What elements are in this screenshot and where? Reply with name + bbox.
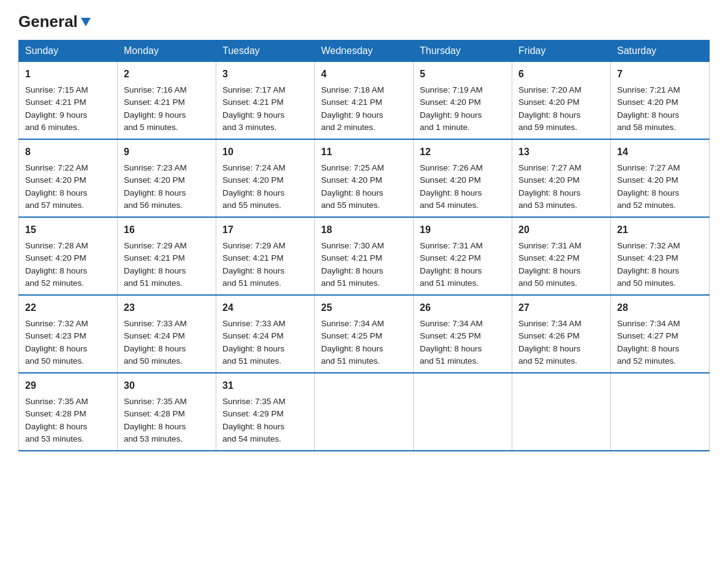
sunrise-time: Sunrise: 7:19 AM xyxy=(420,85,483,94)
sunset-time: Sunset: 4:20 PM xyxy=(321,175,382,185)
daylight-minutes: and 52 minutes. xyxy=(518,356,577,366)
daylight-hours: Daylight: 8 hours xyxy=(617,110,679,120)
daylight-minutes: and 50 minutes. xyxy=(25,356,84,366)
daylight-minutes: and 51 minutes. xyxy=(222,278,281,288)
day-header-friday: Friday xyxy=(512,40,611,62)
day-number: 8 xyxy=(25,145,111,159)
sunset-time: Sunset: 4:20 PM xyxy=(222,175,284,185)
sunrise-time: Sunrise: 7:34 AM xyxy=(321,319,384,328)
daylight-minutes: and 51 minutes. xyxy=(124,278,183,288)
day-header-wednesday: Wednesday xyxy=(315,40,414,62)
calendar-cell xyxy=(512,373,611,451)
sunrise-time: Sunrise: 7:27 AM xyxy=(617,163,680,172)
daylight-hours: Daylight: 8 hours xyxy=(420,344,482,353)
day-number: 29 xyxy=(25,378,111,393)
daylight-hours: Daylight: 8 hours xyxy=(25,266,87,275)
sunrise-time: Sunrise: 7:22 AM xyxy=(25,163,88,172)
daylight-minutes: and 53 minutes. xyxy=(25,434,84,443)
daylight-hours: Daylight: 8 hours xyxy=(124,188,186,197)
sunrise-time: Sunrise: 7:24 AM xyxy=(222,163,286,172)
day-number: 21 xyxy=(617,223,703,237)
calendar-cell: 8 Sunrise: 7:22 AM Sunset: 4:20 PM Dayli… xyxy=(19,139,118,217)
daylight-minutes: and 57 minutes. xyxy=(25,201,84,210)
sunrise-time: Sunrise: 7:16 AM xyxy=(124,85,187,94)
day-number: 14 xyxy=(617,145,703,159)
day-number: 22 xyxy=(25,301,111,315)
sunset-time: Sunset: 4:21 PM xyxy=(124,98,185,107)
sunset-time: Sunset: 4:23 PM xyxy=(617,253,678,262)
calendar-cell xyxy=(414,373,512,451)
calendar-cell: 11 Sunrise: 7:25 AM Sunset: 4:20 PM Dayl… xyxy=(315,139,414,217)
day-number: 12 xyxy=(420,145,506,159)
sunset-time: Sunset: 4:27 PM xyxy=(617,331,678,340)
sunrise-time: Sunrise: 7:35 AM xyxy=(25,397,88,406)
daylight-minutes: and 3 minutes. xyxy=(222,123,277,132)
day-number: 3 xyxy=(222,67,308,82)
calendar-cell: 25 Sunrise: 7:34 AM Sunset: 4:25 PM Dayl… xyxy=(315,295,414,373)
sunrise-time: Sunrise: 7:32 AM xyxy=(617,241,680,250)
daylight-minutes: and 59 minutes. xyxy=(518,123,577,132)
daylight-hours: Daylight: 8 hours xyxy=(222,266,284,275)
calendar-cell: 1 Sunrise: 7:15 AM Sunset: 4:21 PM Dayli… xyxy=(19,62,118,140)
day-number: 15 xyxy=(25,223,111,237)
sunrise-time: Sunrise: 7:30 AM xyxy=(321,241,384,250)
logo-general-text: General xyxy=(18,12,78,31)
sunrise-time: Sunrise: 7:32 AM xyxy=(25,319,88,328)
daylight-minutes: and 53 minutes. xyxy=(518,201,577,210)
page-header: General xyxy=(18,12,710,29)
week-row-1: 1 Sunrise: 7:15 AM Sunset: 4:21 PM Dayli… xyxy=(19,62,710,140)
daylight-minutes: and 51 minutes. xyxy=(321,278,380,288)
calendar-cell: 19 Sunrise: 7:31 AM Sunset: 4:22 PM Dayl… xyxy=(414,217,512,295)
calendar-cell: 29 Sunrise: 7:35 AM Sunset: 4:28 PM Dayl… xyxy=(19,373,118,451)
daylight-minutes: and 51 minutes. xyxy=(321,356,380,366)
sunrise-time: Sunrise: 7:35 AM xyxy=(222,397,286,406)
calendar-cell xyxy=(315,373,414,451)
calendar-cell: 17 Sunrise: 7:29 AM Sunset: 4:21 PM Dayl… xyxy=(216,217,315,295)
daylight-hours: Daylight: 8 hours xyxy=(222,422,284,431)
sunset-time: Sunset: 4:20 PM xyxy=(518,175,580,185)
daylight-minutes: and 56 minutes. xyxy=(124,201,183,210)
day-number: 25 xyxy=(321,301,407,315)
sunrise-time: Sunrise: 7:34 AM xyxy=(518,319,582,328)
calendar-cell: 13 Sunrise: 7:27 AM Sunset: 4:20 PM Dayl… xyxy=(512,139,611,217)
sunset-time: Sunset: 4:20 PM xyxy=(25,253,86,262)
sunset-time: Sunset: 4:23 PM xyxy=(25,331,86,340)
sunset-time: Sunset: 4:24 PM xyxy=(222,331,284,340)
daylight-hours: Daylight: 9 hours xyxy=(321,110,383,120)
sunset-time: Sunset: 4:21 PM xyxy=(321,253,382,262)
sunset-time: Sunset: 4:20 PM xyxy=(518,98,580,107)
sunrise-time: Sunrise: 7:33 AM xyxy=(124,319,187,328)
sunrise-time: Sunrise: 7:34 AM xyxy=(420,319,483,328)
week-row-5: 29 Sunrise: 7:35 AM Sunset: 4:28 PM Dayl… xyxy=(19,373,710,451)
day-number: 30 xyxy=(124,378,210,393)
daylight-minutes: and 51 minutes. xyxy=(420,278,479,288)
daylight-hours: Daylight: 8 hours xyxy=(25,344,87,353)
calendar-cell: 31 Sunrise: 7:35 AM Sunset: 4:29 PM Dayl… xyxy=(216,373,315,451)
day-header-saturday: Saturday xyxy=(611,40,710,62)
calendar-cell: 26 Sunrise: 7:34 AM Sunset: 4:25 PM Dayl… xyxy=(414,295,512,373)
logo-name: General xyxy=(18,12,93,31)
daylight-minutes: and 55 minutes. xyxy=(222,201,281,210)
calendar-cell: 30 Sunrise: 7:35 AM Sunset: 4:28 PM Dayl… xyxy=(118,373,216,451)
day-header-tuesday: Tuesday xyxy=(216,40,315,62)
daylight-minutes: and 50 minutes. xyxy=(617,278,676,288)
daylight-hours: Daylight: 9 hours xyxy=(124,110,186,120)
svg-marker-0 xyxy=(81,18,91,26)
calendar-table: SundayMondayTuesdayWednesdayThursdayFrid… xyxy=(18,40,710,451)
day-number: 24 xyxy=(222,301,308,315)
daylight-hours: Daylight: 8 hours xyxy=(617,344,679,353)
daylight-minutes: and 6 minutes. xyxy=(25,123,80,132)
daylight-minutes: and 58 minutes. xyxy=(617,123,676,132)
day-number: 23 xyxy=(124,301,210,315)
calendar-cell: 3 Sunrise: 7:17 AM Sunset: 4:21 PM Dayli… xyxy=(216,62,315,140)
logo-arrow-icon xyxy=(79,15,93,29)
daylight-minutes: and 2 minutes. xyxy=(321,123,376,132)
calendar-body: 1 Sunrise: 7:15 AM Sunset: 4:21 PM Dayli… xyxy=(19,62,710,451)
sunset-time: Sunset: 4:21 PM xyxy=(222,98,284,107)
day-header-monday: Monday xyxy=(118,40,216,62)
sunrise-time: Sunrise: 7:25 AM xyxy=(321,163,384,172)
sunset-time: Sunset: 4:20 PM xyxy=(420,175,481,185)
sunset-time: Sunset: 4:21 PM xyxy=(321,98,382,107)
day-header-thursday: Thursday xyxy=(414,40,512,62)
sunrise-time: Sunrise: 7:18 AM xyxy=(321,85,384,94)
